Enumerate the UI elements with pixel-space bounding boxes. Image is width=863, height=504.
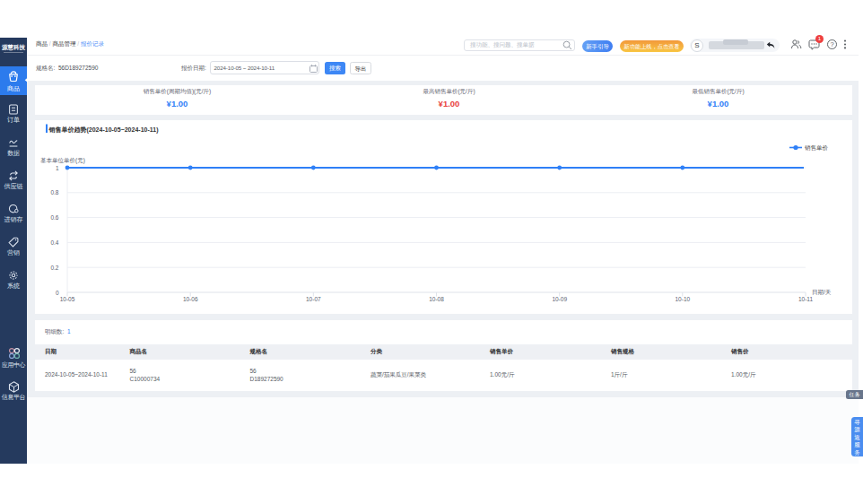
svg-text:0: 0 — [56, 290, 59, 296]
svg-text:10-09: 10-09 — [552, 296, 567, 302]
svg-text:销售单价趋势(2024-10-05~2024-10-11): 销售单价趋势(2024-10-05~2024-10-11) — [48, 126, 159, 134]
svg-text:基本单位单价(元): 基本单位单价(元) — [40, 157, 85, 164]
svg-text:10-07: 10-07 — [306, 296, 321, 302]
svg-text:0.6: 0.6 — [50, 214, 58, 221]
svg-text:10-08: 10-08 — [429, 296, 444, 302]
svg-text:0.2: 0.2 — [50, 265, 58, 271]
svg-text:1: 1 — [56, 165, 59, 171]
svg-text:0.4: 0.4 — [50, 239, 58, 246]
svg-text:10-10: 10-10 — [675, 296, 690, 302]
svg-text:销售单价: 销售单价 — [804, 144, 829, 152]
svg-text:10-05: 10-05 — [60, 296, 75, 302]
svg-text:10-06: 10-06 — [183, 296, 198, 302]
svg-text:0.8: 0.8 — [50, 189, 58, 196]
svg-text:10-11: 10-11 — [798, 296, 814, 302]
svg-text:日期/天: 日期/天 — [812, 289, 832, 295]
